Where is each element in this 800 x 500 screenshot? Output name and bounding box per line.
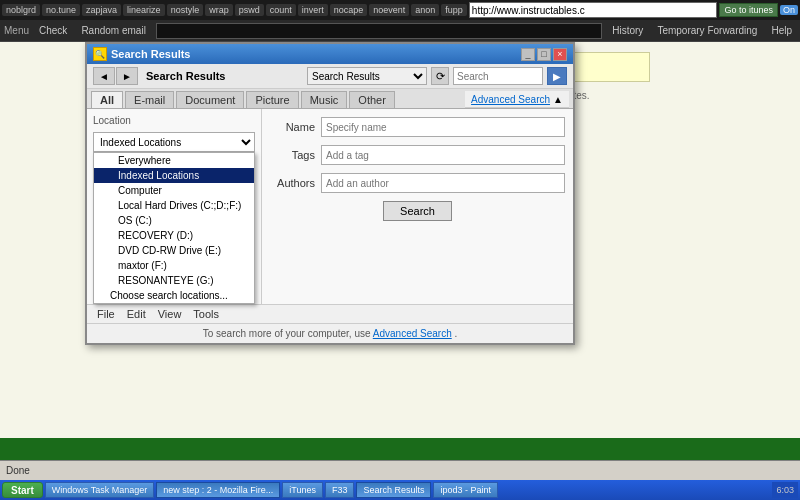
tag-linearize[interactable]: linearize: [123, 4, 165, 16]
tag-nocape[interactable]: nocape: [330, 4, 368, 16]
tag-zapjava[interactable]: zapjava: [82, 4, 121, 16]
menu-tools[interactable]: Tools: [187, 306, 225, 322]
search-refresh-icon[interactable]: ⟳: [431, 67, 449, 85]
tags-input[interactable]: [321, 145, 565, 165]
location-option-indexed[interactable]: Indexed Locations: [94, 168, 254, 183]
hint-text: To search more of your computer, use: [203, 328, 373, 339]
tag-wrap[interactable]: wrap: [205, 4, 233, 16]
tab-other[interactable]: Other: [349, 91, 395, 108]
nav-input[interactable]: [156, 23, 602, 39]
tab-picture[interactable]: Picture: [246, 91, 298, 108]
tag-nostyle[interactable]: nostyle: [167, 4, 204, 16]
location-option-maxtor[interactable]: maxtor (F:): [94, 258, 254, 273]
search-button[interactable]: Search: [383, 201, 452, 221]
location-dropdown-wrapper: Indexed Locations Everywhere Indexed Loc…: [93, 132, 255, 152]
tags-field-row: Tags: [270, 145, 565, 165]
location-dropdown[interactable]: Indexed Locations: [93, 132, 255, 152]
taskbar-itunes[interactable]: iTunes: [282, 482, 323, 498]
tag-anon[interactable]: anon: [411, 4, 439, 16]
taskbar-task-manager[interactable]: Windows Task Manager: [45, 482, 154, 498]
tag-fupp[interactable]: fupp: [441, 4, 467, 16]
close-button[interactable]: ×: [553, 48, 567, 61]
back-arrow[interactable]: ◄: [93, 67, 115, 85]
fwd-arrow[interactable]: ►: [116, 67, 138, 85]
hint-period: .: [455, 328, 458, 339]
location-option-os[interactable]: OS (C:): [94, 213, 254, 228]
search-scope-dropdown[interactable]: Search Results: [307, 67, 427, 85]
random-email-button[interactable]: Random email: [77, 23, 149, 38]
search-results-window: 🔍 Search Results _ □ × ◄ ► Search Result…: [85, 42, 575, 345]
location-option-computer[interactable]: Computer: [94, 183, 254, 198]
menu-view[interactable]: View: [152, 306, 188, 322]
tag-noevent[interactable]: noevent: [369, 4, 409, 16]
tab-email[interactable]: E-mail: [125, 91, 174, 108]
location-option-dvd[interactable]: DVD CD-RW Drive (E:): [94, 243, 254, 258]
taskbar: Start Windows Task Manager new step : 2 …: [0, 480, 800, 500]
location-option-local-hd[interactable]: Local Hard Drives (C:;D:;F:): [94, 198, 254, 213]
advanced-search-link[interactable]: Advanced Search: [471, 94, 550, 105]
search-tabs: All E-mail Document Picture Music Other …: [87, 89, 573, 109]
maximize-button[interactable]: □: [537, 48, 551, 61]
location-option-resonanteye[interactable]: RESONANTEYE (G:): [94, 273, 254, 288]
tag-toolbar: noblgrd no.tune zapjava linearize nostyl…: [0, 0, 800, 20]
tab-document[interactable]: Document: [176, 91, 244, 108]
tab-music[interactable]: Music: [301, 91, 348, 108]
minimize-button[interactable]: _: [521, 48, 535, 61]
window-controls: _ □ ×: [521, 48, 567, 61]
nav-toolbar: Menu Check Random email History Temporar…: [0, 20, 800, 42]
advanced-search-icon[interactable]: ▲: [553, 94, 563, 105]
taskbar-mozilla[interactable]: new step : 2 - Mozilla Fire...: [156, 482, 280, 498]
help-button[interactable]: Help: [767, 23, 796, 38]
taskbar-ipod-paint[interactable]: ipod3 - Paint: [433, 482, 498, 498]
authors-field-row: Authors: [270, 173, 565, 193]
search-inner-toolbar: ◄ ► Search Results Search Results ⟳ ▶: [87, 64, 573, 89]
search-body: Location Indexed Locations Everywhere In…: [87, 109, 573, 304]
search-top-input[interactable]: [453, 67, 543, 85]
advanced-search-hint-link[interactable]: Advanced Search: [373, 328, 452, 339]
name-input[interactable]: [321, 117, 565, 137]
tab-all[interactable]: All: [91, 91, 123, 108]
advanced-search-row: Advanced Search ▲: [465, 91, 569, 108]
status-bar: Done: [0, 460, 800, 480]
temp-forwarding-button[interactable]: Temporary Forwarding: [653, 23, 761, 38]
window-title: Search Results: [111, 48, 190, 60]
authors-label: Authors: [270, 177, 315, 189]
tags-label: Tags: [270, 149, 315, 161]
menu-file[interactable]: File: [91, 306, 121, 322]
window-icon: 🔍: [93, 47, 107, 61]
taskbar-f33[interactable]: F33: [325, 482, 355, 498]
taskbar-tray: 6:03: [772, 482, 798, 498]
go-button[interactable]: Go to itunes: [719, 3, 778, 17]
taskbar-search-results[interactable]: Search Results: [356, 482, 431, 498]
window-titlebar: 🔍 Search Results _ □ ×: [87, 44, 573, 64]
location-option-recovery[interactable]: RECOVERY (D:): [94, 228, 254, 243]
search-title-label: Search Results: [142, 70, 303, 82]
history-button[interactable]: History: [608, 23, 647, 38]
tag-noblgrd[interactable]: noblgrd: [2, 4, 40, 16]
tag-notune[interactable]: no.tune: [42, 4, 80, 16]
status-text: Done: [6, 465, 30, 476]
browser-area: In vista, be sure to check "search hidde…: [0, 42, 800, 438]
menu-label: Menu: [4, 25, 29, 36]
search-hint: To search more of your computer, use Adv…: [87, 323, 573, 343]
search-right-panel: Name Tags Authors Search: [262, 109, 573, 304]
titlebar-left: 🔍 Search Results: [93, 47, 190, 61]
back-fwd-buttons: ◄ ►: [93, 67, 138, 85]
address-input[interactable]: [469, 2, 718, 18]
check-button[interactable]: Check: [35, 23, 71, 38]
search-go-button[interactable]: ▶: [547, 67, 567, 85]
search-left-panel: Location Indexed Locations Everywhere In…: [87, 109, 262, 304]
menu-edit[interactable]: Edit: [121, 306, 152, 322]
tag-invert[interactable]: invert: [298, 4, 328, 16]
authors-input[interactable]: [321, 173, 565, 193]
start-button[interactable]: Start: [2, 482, 43, 498]
location-dropdown-menu: Everywhere Indexed Locations Computer Lo…: [93, 152, 255, 304]
tag-count[interactable]: count: [266, 4, 296, 16]
location-option-everywhere[interactable]: Everywhere: [94, 153, 254, 168]
page-content: In vista, be sure to check "search hidde…: [0, 42, 800, 438]
name-label: Name: [270, 121, 315, 133]
name-field-row: Name: [270, 117, 565, 137]
tag-pswd[interactable]: pswd: [235, 4, 264, 16]
on-badge: On: [780, 5, 798, 15]
location-option-choose[interactable]: Choose search locations...: [94, 288, 254, 303]
